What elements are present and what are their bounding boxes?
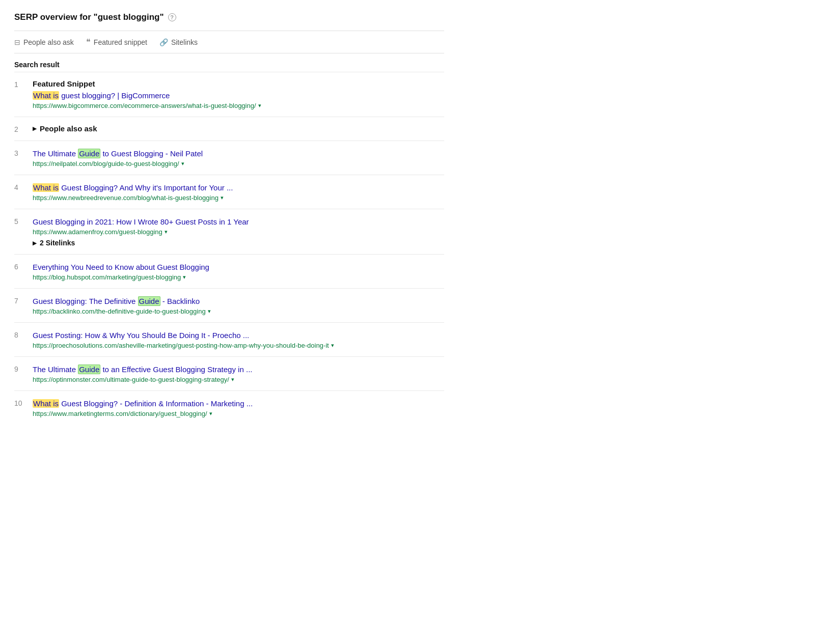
result-num-5: 5 [14,216,33,226]
highlight-guide-7: Guide [138,296,160,306]
people-also-ask-label: People also ask [40,124,97,133]
result-content-4: What is Guest Blogging? And Why it's Imp… [33,182,444,202]
result-link-5[interactable]: Guest Blogging in 2021: How I Wrote 80+ … [33,216,444,227]
result-title-text-6: Everything You Need to Know about Guest … [33,263,209,271]
result-title-text-10: Guest Blogging? - Definition & Informati… [59,399,253,408]
result-num-8: 8 [14,330,33,339]
page-header: SERP overview for "guest blogging" ? [14,12,444,22]
result-url-1: https://www.bigcommerce.com/ecommerce-an… [33,102,444,109]
result-url-text-10: https://www.marketingterms.com/dictionar… [33,410,207,417]
result-row-4: 4 What is Guest Blogging? And Why it's I… [14,175,444,209]
result-title-text-4: Guest Blogging? And Why it's Important f… [59,183,233,192]
tab-people-also-ask-label: People also ask [23,38,74,46]
result-content-10: What is Guest Blogging? - Definition & I… [33,398,444,417]
result-link-4[interactable]: What is Guest Blogging? And Why it's Imp… [33,182,444,193]
url-arrow-5: ▾ [165,229,168,235]
result-url-6: https://blog.hubspot.com/marketing/guest… [33,273,444,281]
result-link-7[interactable]: Guest Blogging: The Definitive Guide - B… [33,296,444,306]
result-content-5: Guest Blogging in 2021: How I Wrote 80+ … [33,216,444,247]
highlight-guide-9: Guide [78,365,100,374]
result-row-2: 2 ▶ People also ask [14,117,444,141]
result-link-6[interactable]: Everything You Need to Know about Guest … [33,262,444,272]
result-num-2: 2 [14,124,33,133]
url-arrow-4: ▾ [221,194,224,201]
result-url-text-1: https://www.bigcommerce.com/ecommerce-an… [33,102,256,109]
result-content-3: The Ultimate Guide to Guest Blogging - N… [33,148,444,167]
url-arrow-9: ▾ [231,376,234,383]
url-arrow-6: ▾ [183,274,186,281]
result-title-pre-9: The Ultimate [33,365,78,374]
tab-sitelinks[interactable]: 🔗 Sitelinks [159,38,198,46]
highlight-whatis-10: What is [33,399,59,408]
result-url-text-9: https://optinmonster.com/ultimate-guide-… [33,376,229,383]
header-title: SERP overview for "guest blogging" [14,12,164,22]
result-url-text-7: https://backlinko.com/the-definitive-gui… [33,307,206,315]
result-link-3[interactable]: The Ultimate Guide to Guest Blogging - N… [33,148,444,159]
sitelinks-triangle: ▶ [33,240,37,246]
result-row-5: 5 Guest Blogging in 2021: How I Wrote 80… [14,209,444,254]
result-title-text-5: Guest Blogging in 2021: How I Wrote 80+ … [33,217,249,226]
result-url-text-6: https://blog.hubspot.com/marketing/guest… [33,273,181,281]
result-title-pre-7: Guest Blogging: The Definitive [33,297,138,305]
result-url-text-5: https://www.adamenfroy.com/guest-bloggin… [33,228,162,236]
result-row-8: 8 Guest Posting: How & Why You Should Be… [14,322,444,356]
result-content-8: Guest Posting: How & Why You Should Be D… [33,330,444,349]
result-content-2[interactable]: ▶ People also ask [33,124,97,133]
result-url-10: https://www.marketingterms.com/dictionar… [33,410,444,417]
triangle-icon-2: ▶ [33,126,37,131]
result-link-10[interactable]: What is Guest Blogging? - Definition & I… [33,398,444,409]
highlight-guide-3: Guide [78,149,100,158]
result-row-10: 10 What is Guest Blogging? - Definition … [14,390,444,425]
result-link-8[interactable]: Guest Posting: How & Why You Should Be D… [33,330,444,341]
tabs-bar: ⊟ People also ask ❝ Featured snippet 🔗 S… [14,31,444,53]
result-num-9: 9 [14,364,33,373]
result-content-9: The Ultimate Guide to an Effective Guest… [33,364,444,383]
result-title-text-1: guest blogging? | BigCommerce [59,91,170,100]
result-num-7: 7 [14,296,33,305]
result-title-post-9: to an Effective Guest Blogging Strategy … [100,365,252,374]
tab-featured-snippet-label: Featured snippet [94,38,147,46]
result-content-7: Guest Blogging: The Definitive Guide - B… [33,296,444,315]
result-num-10: 10 [14,398,33,407]
url-arrow-8: ▾ [331,342,334,349]
featured-snippet-icon: ❝ [86,37,91,47]
result-url-4: https://www.newbreedrevenue.com/blog/wha… [33,194,444,202]
result-link-1[interactable]: What is guest blogging? | BigCommerce [33,90,444,101]
result-num-6: 6 [14,262,33,271]
result-row-9: 9 The Ultimate Guide to an Effective Gue… [14,356,444,390]
sitelinks-count-label: 2 Sitelinks [40,239,75,247]
section-label: Search result [14,53,444,72]
help-icon[interactable]: ? [168,13,176,21]
result-url-3: https://neilpatel.com/blog/guide-to-gues… [33,160,444,167]
result-url-text-8: https://proechosolutions.com/asheville-m… [33,342,329,349]
result-url-8: https://proechosolutions.com/asheville-m… [33,342,444,349]
people-also-ask-icon: ⊟ [14,38,20,46]
url-arrow-7: ▾ [208,308,211,315]
tab-sitelinks-label: Sitelinks [171,38,198,46]
result-link-9[interactable]: The Ultimate Guide to an Effective Guest… [33,364,444,375]
highlight-whatis-1: What is [33,91,59,100]
result-num-3: 3 [14,148,33,157]
result-url-7: https://backlinko.com/the-definitive-gui… [33,307,444,315]
tab-featured-snippet[interactable]: ❝ Featured snippet [86,37,147,47]
result-title-post-3: to Guest Blogging - Neil Patel [100,149,203,158]
url-arrow-10: ▾ [209,410,212,417]
result-row-6: 6 Everything You Need to Know about Gues… [14,254,444,288]
tab-people-also-ask[interactable]: ⊟ People also ask [14,38,74,46]
result-url-9: https://optinmonster.com/ultimate-guide-… [33,376,444,383]
result-url-text-3: https://neilpatel.com/blog/guide-to-gues… [33,160,179,167]
result-num-4: 4 [14,182,33,191]
sitelinks-badge[interactable]: ▶ 2 Sitelinks [33,239,444,247]
result-title-text-8: Guest Posting: How & Why You Should Be D… [33,331,249,340]
featured-snippet-badge: Featured Snippet [33,79,444,88]
result-url-5: https://www.adamenfroy.com/guest-bloggin… [33,228,444,236]
result-row-7: 7 Guest Blogging: The Definitive Guide -… [14,288,444,322]
url-arrow-1: ▾ [258,102,261,109]
result-row-1: 1 Featured Snippet What is guest bloggin… [14,72,444,117]
highlight-whatis-4: What is [33,183,59,192]
result-row-3: 3 The Ultimate Guide to Guest Blogging -… [14,141,444,175]
result-title-pre-3: The Ultimate [33,149,78,158]
url-arrow-3: ▾ [181,160,184,167]
result-title-post-7: - Backlinko [160,297,200,305]
result-num-1: 1 [14,79,33,89]
